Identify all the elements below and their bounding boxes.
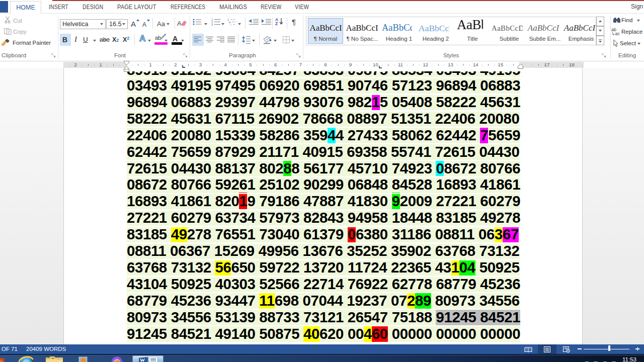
svg-text:3: 3 (211, 23, 213, 26)
svg-text:i: i (230, 23, 231, 26)
